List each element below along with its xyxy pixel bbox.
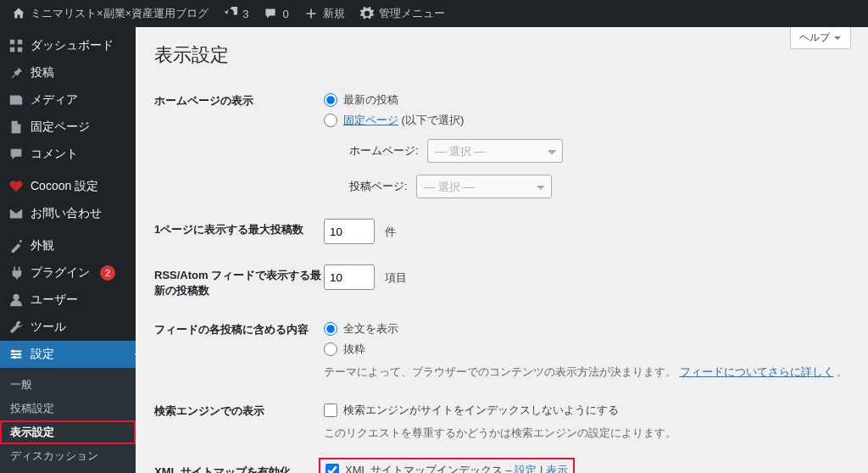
chevron-down-icon — [833, 34, 842, 42]
sidebar-item-label: 設定 — [31, 347, 54, 362]
content-area: ヘルプ 表示設定 ホームページの表示 最新の投稿 固定ページ (以下で選択) ホ… — [136, 27, 868, 473]
submenu-item[interactable]: 投稿設定 — [0, 397, 136, 420]
fixed-page-suffix: (以下で選択) — [398, 114, 464, 126]
xml-sitemap-highlight: XML サイトマップインデックス – 設定 | 表示 — [319, 458, 575, 473]
sidebar-item-tool[interactable]: ツール — [0, 314, 136, 341]
help-tab[interactable]: ヘルプ — [790, 27, 851, 49]
sidebar-item-user[interactable]: ユーザー — [0, 287, 136, 314]
rss-items-label: RSS/Atom フィードで表示する最新の投稿数 — [154, 264, 324, 298]
search-engine-checkbox[interactable] — [324, 403, 337, 417]
comment-icon — [264, 7, 277, 20]
xml-sitemap-check-label[interactable]: XML サイトマップインデックス – 設定 | 表示 — [345, 463, 568, 473]
sidebar-item-mail[interactable]: お問い合わせ — [0, 200, 136, 227]
rss-items-suffix: 項目 — [385, 271, 407, 284]
fixed-page-link[interactable]: 固定ページ — [343, 114, 398, 126]
sidebar-item-label: ユーザー — [31, 292, 78, 308]
media-icon — [8, 92, 24, 108]
feed-content-label: フィードの各投稿に含める内容 — [154, 319, 324, 337]
xml-sitemap-checkbox[interactable] — [326, 464, 339, 473]
feed-full-label[interactable]: 全文を表示 — [343, 321, 398, 337]
site-title[interactable]: ミニマリスト×副業×資産運用ブログ — [12, 6, 209, 21]
homepage-latest-radio[interactable] — [324, 93, 337, 107]
sidebar-item-label: コメント — [31, 147, 78, 162]
home-page-select[interactable]: — 選択 — — [427, 139, 563, 163]
update-badge: 2 — [100, 265, 115, 281]
search-engine-desc: このリクエストを尊重するかどうかは検索エンジンの設定によります。 — [324, 420, 849, 441]
comments-count: 0 — [282, 8, 288, 20]
sidebar-item-label: 外観 — [31, 238, 54, 253]
submenu-item[interactable]: 一般 — [0, 373, 136, 397]
settings-submenu: 一般投稿設定表示設定ディスカッションメディアパーマリンクプライバシーWebSub… — [0, 368, 136, 473]
sidebar-item-label: プラグイン — [31, 265, 90, 281]
pin-icon — [8, 65, 24, 81]
post-page-select[interactable]: — 選択 — — [416, 175, 552, 198]
home-icon — [12, 7, 25, 20]
heart-icon — [8, 179, 24, 194]
homepage-fixed-label[interactable]: 固定ページ (以下で選択) — [343, 113, 464, 128]
admin-menu-label: 管理メニュー — [379, 6, 445, 21]
admin-toolbar: ミニマリスト×副業×資産運用ブログ 3 0 新規 管理メニュー — [0, 0, 868, 27]
xml-sitemap-view-link[interactable]: 表示 — [546, 464, 568, 473]
posts-per-page-input[interactable] — [324, 219, 375, 244]
post-page-select-label: 投稿ページ: — [349, 179, 408, 194]
comment-icon — [8, 147, 24, 162]
plugin-icon — [8, 265, 24, 281]
refresh-icon — [224, 7, 237, 20]
search-engine-check-label[interactable]: 検索エンジンがサイトをインデックスしないようにする — [343, 403, 619, 418]
updates-count: 3 — [242, 8, 248, 20]
tool-icon — [8, 320, 24, 335]
page-title: 表示設定 — [154, 42, 849, 68]
feed-excerpt-label[interactable]: 抜粋 — [343, 342, 365, 357]
dashboard-icon — [8, 38, 24, 53]
sidebar-item-label: ダッシュボード — [31, 38, 114, 53]
feed-full-radio[interactable] — [324, 322, 337, 336]
xml-sitemap-settings-link[interactable]: 設定 — [515, 464, 537, 473]
feed-desc: テーマによって、ブラウザーでのコンテンツの表示方法が決まります。 フィードについ… — [324, 359, 849, 380]
sidebar-item-label: 固定ページ — [31, 120, 90, 135]
plus-icon — [304, 7, 318, 20]
mail-icon — [8, 206, 24, 221]
admin-menu-link[interactable]: 管理メニュー — [360, 6, 445, 21]
user-icon — [8, 292, 24, 308]
sidebar-item-label: メディア — [31, 92, 78, 108]
sidebar-item-dashboard[interactable]: ダッシュボード — [0, 32, 136, 59]
sidebar-item-settings[interactable]: 設定 — [0, 341, 136, 368]
sidebar-item-plugin[interactable]: プラグイン2 — [0, 259, 136, 287]
sidebar-item-media[interactable]: メディア — [0, 86, 136, 114]
sidebar-item-heart[interactable]: Cocoon 設定 — [0, 173, 136, 200]
feed-more-link[interactable]: フィードについてさらに詳しく — [680, 365, 834, 378]
admin-sidebar: ダッシュボード投稿メディア固定ページコメントCocoon 設定お問い合わせ外観プ… — [0, 27, 136, 473]
sidebar-item-label: お問い合わせ — [31, 206, 102, 221]
updates-indicator[interactable]: 3 — [224, 7, 248, 20]
svg-point-3 — [13, 356, 16, 359]
submenu-item[interactable]: 表示設定 — [0, 420, 136, 444]
sidebar-item-label: 投稿 — [31, 65, 54, 81]
submenu-item[interactable]: ディスカッション — [0, 444, 136, 468]
sidebar-item-page[interactable]: 固定ページ — [0, 114, 136, 141]
submenu-item[interactable]: メディア — [0, 468, 136, 473]
sidebar-item-label: ツール — [31, 320, 66, 335]
xml-sitemap-label: XML サイトマップを有効化 — [154, 461, 324, 473]
posts-per-page-suffix: 件 — [385, 225, 396, 238]
sidebar-item-appearance[interactable]: 外観 — [0, 232, 136, 259]
comments-indicator[interactable]: 0 — [264, 7, 288, 20]
rss-items-input[interactable] — [324, 264, 375, 290]
posts-per-page-label: 1ページに表示する最大投稿数 — [154, 219, 324, 237]
svg-point-2 — [18, 353, 21, 356]
search-engine-label: 検索エンジンでの表示 — [154, 400, 324, 419]
svg-point-1 — [12, 350, 15, 353]
new-label: 新規 — [323, 6, 345, 21]
new-content[interactable]: 新規 — [304, 6, 345, 21]
page-icon — [8, 120, 24, 135]
home-page-select-label: ホームページ: — [349, 143, 419, 159]
appearance-icon — [8, 238, 24, 253]
homepage-fixed-radio[interactable] — [324, 114, 337, 127]
sidebar-item-comment[interactable]: コメント — [0, 141, 136, 168]
sidebar-item-label: Cocoon 設定 — [31, 179, 98, 194]
feed-excerpt-radio[interactable] — [324, 342, 337, 356]
sidebar-item-pin[interactable]: 投稿 — [0, 59, 136, 86]
gear-icon — [360, 7, 374, 20]
help-label: ヘルプ — [799, 31, 830, 45]
homepage-latest-label[interactable]: 最新の投稿 — [343, 92, 398, 108]
svg-point-0 — [13, 294, 19, 300]
